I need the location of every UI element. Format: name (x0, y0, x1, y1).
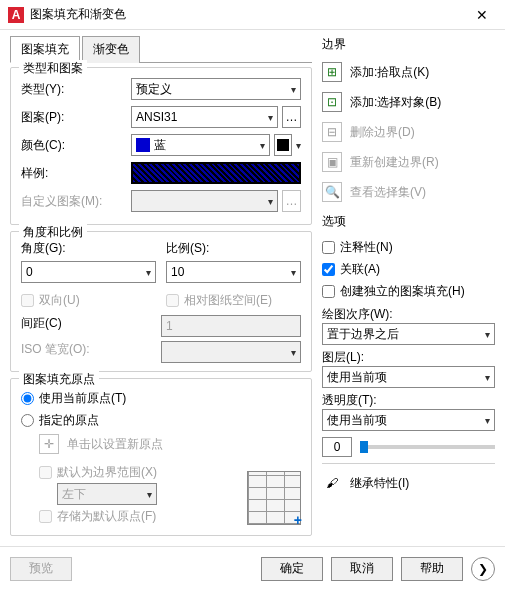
add-select-button[interactable]: ⊡添加:选择对象(B) (322, 89, 495, 115)
expand-button[interactable]: ❯ (471, 557, 495, 581)
chevron-down-icon: ▾ (260, 140, 265, 151)
associative-checkbox[interactable]: 关联(A) (322, 258, 495, 280)
draworder-label: 绘图次序(W): (322, 306, 495, 323)
type-label: 类型(Y): (21, 81, 131, 98)
group-angle-scale: 角度和比例 (19, 224, 87, 241)
chevron-down-icon: ▾ (485, 372, 490, 383)
ok-button[interactable]: 确定 (261, 557, 323, 581)
group-type-pattern: 类型和图案 (19, 60, 87, 77)
pattern-browse-button[interactable]: … (282, 106, 301, 128)
transparency-slider[interactable] (360, 445, 495, 449)
color2-select[interactable] (274, 134, 292, 156)
click-set-origin: ✛单击以设置新原点 (39, 431, 301, 457)
transparency-label: 透明度(T): (322, 392, 495, 409)
scale-label: 比例(S): (166, 240, 301, 257)
sample-label: 样例: (21, 165, 131, 182)
select-objects-icon: ⊡ (322, 92, 342, 112)
double-checkbox: 双向(U) (21, 289, 156, 311)
use-current-radio[interactable]: 使用当前原点(T) (21, 387, 301, 409)
pattern-label: 图案(P): (21, 109, 131, 126)
chevron-down-icon: ▾ (485, 415, 490, 426)
chevron-down-icon: ▾ (291, 347, 296, 358)
type-select[interactable]: 预定义▾ (131, 78, 301, 100)
chevron-down-icon: ▾ (485, 329, 490, 340)
draworder-select[interactable]: 置于边界之后▾ (322, 323, 495, 345)
chevron-down-icon: ▾ (291, 267, 296, 278)
help-button[interactable]: 帮助 (401, 557, 463, 581)
separate-checkbox[interactable]: 创建独立的图案填充(H) (322, 280, 495, 302)
tab-gradient[interactable]: 渐变色 (82, 36, 140, 63)
color-swatch-icon (136, 138, 150, 152)
chevron-down-icon: ▾ (268, 112, 273, 123)
spacing-label: 间距(C) (21, 315, 151, 333)
group-origin: 图案填充原点 (19, 371, 99, 388)
preview-button: 预览 (10, 557, 72, 581)
recreate-icon: ▣ (322, 152, 342, 172)
iso-label: ISO 笔宽(O): (21, 341, 151, 359)
chevron-down-icon: ▾ (146, 267, 151, 278)
custom-select: ▾ (131, 190, 278, 212)
color-label: 颜色(C): (21, 137, 131, 154)
pick-point-icon: ⊞ (322, 62, 342, 82)
chevron-right-icon: ❯ (478, 562, 488, 576)
angle-select[interactable]: 0▾ (21, 261, 156, 283)
spacing-input: 1 (161, 315, 301, 337)
hatch-sample[interactable] (131, 162, 301, 184)
layer-label: 图层(L): (322, 349, 495, 366)
tab-hatch[interactable]: 图案填充 (10, 36, 80, 63)
chevron-down-icon[interactable]: ▾ (296, 140, 301, 151)
app-logo: A (8, 7, 24, 23)
window-title: 图案填充和渐变色 (30, 6, 467, 23)
inherit-button[interactable]: 🖌继承特性(I) (322, 470, 495, 496)
remove-icon: ⊟ (322, 122, 342, 142)
view-selection-button: 🔍查看选择集(V) (322, 179, 495, 205)
custom-label: 自定义图案(M): (21, 193, 131, 210)
chevron-down-icon: ▾ (147, 489, 152, 500)
magnifier-icon: 🔍 (322, 182, 342, 202)
color-select[interactable]: 蓝▾ (131, 134, 270, 156)
transparency-value-input[interactable]: 0 (322, 437, 352, 457)
options-title: 选项 (322, 213, 495, 230)
origin-pos-select: 左下▾ (57, 483, 157, 505)
pattern-select[interactable]: ANSI31▾ (131, 106, 278, 128)
crosshair-icon: ✛ (39, 434, 59, 454)
cancel-button[interactable]: 取消 (331, 557, 393, 581)
annotative-checkbox[interactable]: 注释性(N) (322, 236, 495, 258)
close-icon[interactable]: ✕ (467, 7, 497, 23)
boundaries-title: 边界 (322, 36, 495, 53)
relative-checkbox: 相对图纸空间(E) (166, 289, 301, 311)
custom-browse-button: … (282, 190, 301, 212)
iso-select: ▾ (161, 341, 301, 363)
specified-radio[interactable]: 指定的原点 (21, 409, 301, 431)
brush-icon: 🖌 (322, 473, 342, 493)
chevron-down-icon: ▾ (268, 196, 273, 207)
angle-label: 角度(G): (21, 240, 156, 257)
recreate-boundary-button: ▣重新创建边界(R) (322, 149, 495, 175)
layer-select[interactable]: 使用当前项▾ (322, 366, 495, 388)
scale-select[interactable]: 10▾ (166, 261, 301, 283)
slider-thumb[interactable] (360, 441, 368, 453)
transparency-select[interactable]: 使用当前项▾ (322, 409, 495, 431)
origin-preview (247, 471, 301, 525)
chevron-down-icon: ▾ (291, 84, 296, 95)
remove-boundary-button: ⊟删除边界(D) (322, 119, 495, 145)
add-pick-button[interactable]: ⊞添加:拾取点(K) (322, 59, 495, 85)
